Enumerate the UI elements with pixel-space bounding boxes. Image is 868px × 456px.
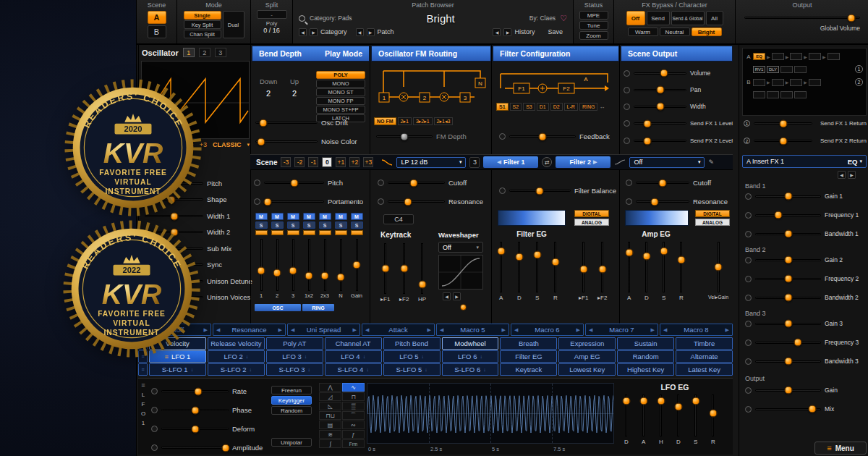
mixer-route-selector[interactable] [287, 230, 299, 235]
lfo-rate-slider[interactable] [161, 390, 229, 392]
chirp-wave-icon[interactable]: ≋ [319, 430, 341, 439]
fx-slot-eq[interactable]: EQ [753, 53, 765, 60]
mod-amp-eg[interactable]: Amp EG [558, 350, 616, 363]
triangle-wave-icon[interactable]: ⋀ [319, 383, 341, 392]
character-warm-button[interactable]: Warm [628, 28, 658, 36]
mixer-level-slider[interactable] [276, 239, 278, 291]
mod-lfo5[interactable]: LFO 5↓ [383, 350, 441, 363]
filter1-subtype[interactable]: 3 [469, 157, 480, 168]
waveshaper-prev-button[interactable]: ◀ [443, 292, 451, 300]
mod-lowest-key[interactable]: Lowest Key [558, 363, 616, 376]
amp-eg-attack-slider[interactable]: A [627, 242, 631, 301]
solo-button[interactable]: S [255, 221, 268, 229]
mute-button[interactable]: M [271, 213, 284, 220]
prefilter-f1-slider[interactable]: ▸F1 [380, 243, 390, 303]
mute-button[interactable]: M [287, 213, 299, 220]
fx-bypass-off-button[interactable]: Off [626, 11, 645, 25]
fx-slot-empty[interactable] [809, 53, 821, 60]
mixer-route-selector[interactable] [303, 230, 315, 235]
fx-slot-empty[interactable] [780, 91, 793, 98]
lfo-random-button[interactable]: Random [271, 406, 312, 415]
fx-slot-empty[interactable] [809, 79, 821, 86]
fm-option-2to1[interactable]: 2▸1 [398, 117, 412, 125]
filter-eg-digital-toggle[interactable]: DIGITAL [574, 210, 609, 217]
mute-button[interactable]: M [303, 213, 315, 220]
mixer-level-slider[interactable] [356, 239, 358, 291]
favorite-heart-icon[interactable]: ♡ [560, 14, 567, 23]
transpose-minus2[interactable]: -2 [294, 157, 305, 167]
history-prev-button[interactable]: ◀ [493, 28, 501, 36]
patch-name[interactable]: Bright [357, 12, 525, 25]
mod-slfo5[interactable]: S-LFO 5↓ [383, 363, 441, 376]
macro-8-slot[interactable]: ◀Macro 8▶ [660, 324, 733, 336]
highpass-slider[interactable]: HP [418, 243, 426, 303]
mixer-level-slider[interactable] [292, 239, 294, 291]
formula-icon[interactable]: ƒ [342, 430, 365, 439]
fx-slot-header[interactable]: A Insert FX 1 EQ▾ [742, 155, 867, 168]
mute-button[interactable]: M [335, 213, 347, 220]
send-fx1-return-slider[interactable] [754, 122, 812, 124]
oscillator-tab-1[interactable]: 1 [183, 48, 195, 57]
osc-route-bar[interactable]: OSC [255, 304, 301, 311]
mod-latest-key[interactable]: Latest Key [676, 363, 733, 376]
mixer-route-selector[interactable] [335, 230, 347, 235]
mod-slfo3[interactable]: S-LFO 3↓ [266, 363, 323, 376]
fx-slot-dly[interactable]: DLY [767, 66, 779, 73]
fx-slot-empty[interactable] [772, 53, 784, 60]
filter1-cutoff-slider[interactable] [388, 182, 445, 184]
eq-band2-bw-slider[interactable] [755, 297, 821, 299]
osc-type-select[interactable]: CLASSIC [213, 141, 242, 148]
filter2-tab[interactable]: Filter 2▶ [556, 156, 610, 168]
fx-slot-empty[interactable] [753, 91, 765, 98]
ring-route-bar[interactable]: RING [302, 304, 334, 311]
lfo-deform-slider[interactable] [161, 428, 229, 430]
mod-timbre[interactable]: Timbre [676, 337, 733, 350]
menu-button[interactable]: ≡ Menu [814, 442, 867, 455]
eq-output-mix-slider[interactable] [755, 408, 821, 410]
step-seq-icon[interactable]: ▤ [319, 421, 341, 429]
fx-slot-empty[interactable] [790, 53, 802, 60]
macro-4-slot[interactable]: ◀Attack▶ [362, 324, 435, 336]
transpose-plus2[interactable]: +2 [349, 157, 359, 167]
category-nav-label[interactable]: Category [320, 28, 347, 35]
eq-band1-bw-slider[interactable] [755, 233, 821, 235]
square-wave-icon[interactable]: ⊓ [342, 392, 365, 401]
mixer-level-slider[interactable] [324, 239, 326, 291]
filter-config-diagram[interactable]: F1 F2 A [498, 67, 613, 98]
eq-band3-freq-slider[interactable] [755, 342, 821, 344]
mod-filter-eg[interactable]: Filter EG [500, 350, 557, 363]
patch-category[interactable]: Category: Pads [310, 14, 352, 22]
noise-color-slider[interactable] [255, 140, 318, 143]
fm-routing-diagram[interactable]: 1 2 3 N [373, 65, 489, 114]
fx-next-button[interactable]: ▶ [848, 171, 856, 179]
filter-config-s3[interactable]: S3 [523, 103, 535, 111]
mod-sustain[interactable]: Sustain [617, 337, 674, 350]
fx-bypass-send-button[interactable]: Send [647, 11, 670, 25]
history-label[interactable]: History [514, 28, 535, 35]
mod-slfo4[interactable]: S-LFO 4↓ [325, 363, 382, 376]
mod-lfo6[interactable]: LFO 6↓ [442, 350, 499, 363]
amp-eg-sustain-slider[interactable]: S [662, 242, 665, 301]
oscillator-tab-2[interactable]: 2 [199, 48, 210, 57]
filter1-resonance-slider[interactable] [388, 200, 445, 203]
send-fx2-level-slider[interactable] [634, 140, 686, 142]
mixer-route-selector[interactable] [271, 230, 284, 235]
formula2-icon[interactable]: Frm [342, 439, 365, 448]
split-point-value[interactable]: - [257, 10, 287, 19]
ramp-up-wave-icon[interactable]: ◿ [319, 392, 341, 401]
mixer-level-slider[interactable] [260, 239, 263, 291]
mode-dual-button[interactable]: Dual [223, 11, 244, 38]
lfo-eg-hold-slider[interactable]: H [659, 394, 663, 445]
envelope-shape-icon[interactable]: ⌒ [342, 411, 365, 420]
mute-button[interactable]: M [255, 213, 268, 220]
pitch-slider[interactable] [264, 182, 324, 184]
amp-eg-release-slider[interactable]: R [679, 242, 684, 301]
fm-option-3to2to1[interactable]: 3▸2▸1 [413, 117, 433, 125]
waveshaper-display[interactable] [438, 255, 483, 290]
macro-7-slot[interactable]: ◀Macro 7▶ [585, 324, 658, 336]
mseg-icon[interactable]: ∾ [342, 421, 365, 429]
lfo-phase-slider[interactable] [161, 409, 229, 411]
eq-band3-bw-slider[interactable] [755, 360, 821, 363]
lfo-unipolar-button[interactable]: Unipolar [271, 438, 312, 447]
save-button[interactable]: Save [548, 28, 563, 35]
